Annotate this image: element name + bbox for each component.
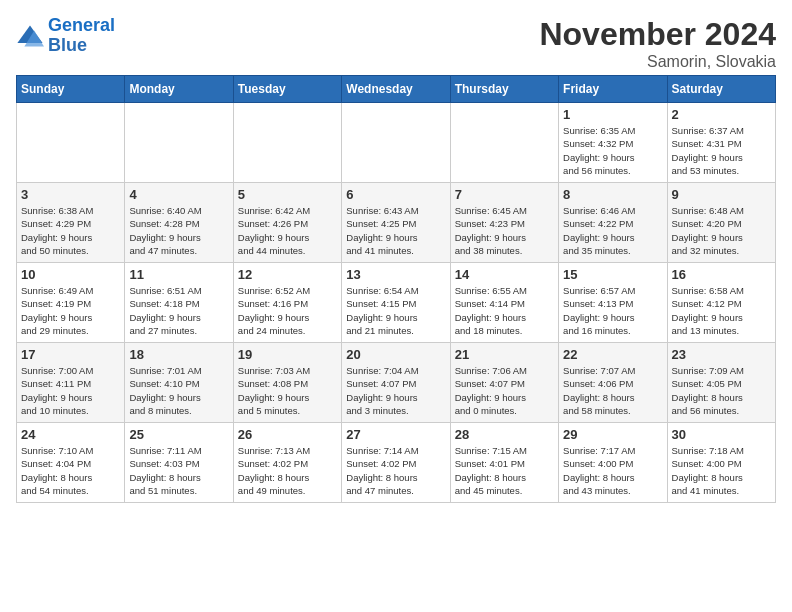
day-info: Sunrise: 7:15 AM Sunset: 4:01 PM Dayligh… xyxy=(455,444,554,497)
day-number: 2 xyxy=(672,107,771,122)
day-number: 18 xyxy=(129,347,228,362)
day-info: Sunrise: 6:35 AM Sunset: 4:32 PM Dayligh… xyxy=(563,124,662,177)
calendar-cell xyxy=(17,103,125,183)
calendar-cell: 3Sunrise: 6:38 AM Sunset: 4:29 PM Daylig… xyxy=(17,183,125,263)
day-info: Sunrise: 6:42 AM Sunset: 4:26 PM Dayligh… xyxy=(238,204,337,257)
day-info: Sunrise: 6:58 AM Sunset: 4:12 PM Dayligh… xyxy=(672,284,771,337)
day-number: 19 xyxy=(238,347,337,362)
calendar-cell: 29Sunrise: 7:17 AM Sunset: 4:00 PM Dayli… xyxy=(559,423,667,503)
day-info: Sunrise: 7:03 AM Sunset: 4:08 PM Dayligh… xyxy=(238,364,337,417)
calendar-cell: 24Sunrise: 7:10 AM Sunset: 4:04 PM Dayli… xyxy=(17,423,125,503)
day-number: 28 xyxy=(455,427,554,442)
day-info: Sunrise: 6:46 AM Sunset: 4:22 PM Dayligh… xyxy=(563,204,662,257)
day-number: 6 xyxy=(346,187,445,202)
day-number: 23 xyxy=(672,347,771,362)
day-number: 21 xyxy=(455,347,554,362)
calendar-cell xyxy=(450,103,558,183)
day-info: Sunrise: 7:18 AM Sunset: 4:00 PM Dayligh… xyxy=(672,444,771,497)
calendar-cell: 16Sunrise: 6:58 AM Sunset: 4:12 PM Dayli… xyxy=(667,263,775,343)
calendar-cell: 28Sunrise: 7:15 AM Sunset: 4:01 PM Dayli… xyxy=(450,423,558,503)
header-thursday: Thursday xyxy=(450,76,558,103)
header-wednesday: Wednesday xyxy=(342,76,450,103)
calendar-week-1: 1Sunrise: 6:35 AM Sunset: 4:32 PM Daylig… xyxy=(17,103,776,183)
calendar-cell: 4Sunrise: 6:40 AM Sunset: 4:28 PM Daylig… xyxy=(125,183,233,263)
day-info: Sunrise: 6:45 AM Sunset: 4:23 PM Dayligh… xyxy=(455,204,554,257)
day-info: Sunrise: 6:55 AM Sunset: 4:14 PM Dayligh… xyxy=(455,284,554,337)
header: General Blue November 2024 Samorin, Slov… xyxy=(16,16,776,71)
calendar-cell: 15Sunrise: 6:57 AM Sunset: 4:13 PM Dayli… xyxy=(559,263,667,343)
day-number: 11 xyxy=(129,267,228,282)
calendar-cell: 8Sunrise: 6:46 AM Sunset: 4:22 PM Daylig… xyxy=(559,183,667,263)
day-info: Sunrise: 7:09 AM Sunset: 4:05 PM Dayligh… xyxy=(672,364,771,417)
day-info: Sunrise: 7:14 AM Sunset: 4:02 PM Dayligh… xyxy=(346,444,445,497)
calendar-week-3: 10Sunrise: 6:49 AM Sunset: 4:19 PM Dayli… xyxy=(17,263,776,343)
logo-line2: Blue xyxy=(48,35,87,55)
day-info: Sunrise: 7:01 AM Sunset: 4:10 PM Dayligh… xyxy=(129,364,228,417)
logo: General Blue xyxy=(16,16,115,56)
header-sunday: Sunday xyxy=(17,76,125,103)
day-number: 29 xyxy=(563,427,662,442)
day-number: 4 xyxy=(129,187,228,202)
calendar-body: 1Sunrise: 6:35 AM Sunset: 4:32 PM Daylig… xyxy=(17,103,776,503)
calendar-cell: 23Sunrise: 7:09 AM Sunset: 4:05 PM Dayli… xyxy=(667,343,775,423)
calendar-cell: 6Sunrise: 6:43 AM Sunset: 4:25 PM Daylig… xyxy=(342,183,450,263)
day-number: 16 xyxy=(672,267,771,282)
header-monday: Monday xyxy=(125,76,233,103)
day-info: Sunrise: 7:13 AM Sunset: 4:02 PM Dayligh… xyxy=(238,444,337,497)
calendar-cell: 30Sunrise: 7:18 AM Sunset: 4:00 PM Dayli… xyxy=(667,423,775,503)
day-number: 22 xyxy=(563,347,662,362)
day-info: Sunrise: 6:48 AM Sunset: 4:20 PM Dayligh… xyxy=(672,204,771,257)
header-friday: Friday xyxy=(559,76,667,103)
day-info: Sunrise: 6:51 AM Sunset: 4:18 PM Dayligh… xyxy=(129,284,228,337)
title-block: November 2024 Samorin, Slovakia xyxy=(539,16,776,71)
day-info: Sunrise: 6:37 AM Sunset: 4:31 PM Dayligh… xyxy=(672,124,771,177)
calendar-header: Sunday Monday Tuesday Wednesday Thursday… xyxy=(17,76,776,103)
calendar-cell: 12Sunrise: 6:52 AM Sunset: 4:16 PM Dayli… xyxy=(233,263,341,343)
day-info: Sunrise: 6:54 AM Sunset: 4:15 PM Dayligh… xyxy=(346,284,445,337)
day-number: 24 xyxy=(21,427,120,442)
calendar-cell: 22Sunrise: 7:07 AM Sunset: 4:06 PM Dayli… xyxy=(559,343,667,423)
calendar-cell: 17Sunrise: 7:00 AM Sunset: 4:11 PM Dayli… xyxy=(17,343,125,423)
day-info: Sunrise: 7:07 AM Sunset: 4:06 PM Dayligh… xyxy=(563,364,662,417)
calendar-cell xyxy=(342,103,450,183)
calendar-cell: 14Sunrise: 6:55 AM Sunset: 4:14 PM Dayli… xyxy=(450,263,558,343)
day-info: Sunrise: 7:17 AM Sunset: 4:00 PM Dayligh… xyxy=(563,444,662,497)
day-number: 20 xyxy=(346,347,445,362)
header-saturday: Saturday xyxy=(667,76,775,103)
day-number: 25 xyxy=(129,427,228,442)
day-number: 14 xyxy=(455,267,554,282)
day-info: Sunrise: 6:40 AM Sunset: 4:28 PM Dayligh… xyxy=(129,204,228,257)
day-number: 1 xyxy=(563,107,662,122)
day-info: Sunrise: 7:10 AM Sunset: 4:04 PM Dayligh… xyxy=(21,444,120,497)
calendar-cell xyxy=(125,103,233,183)
day-number: 17 xyxy=(21,347,120,362)
day-info: Sunrise: 6:43 AM Sunset: 4:25 PM Dayligh… xyxy=(346,204,445,257)
day-info: Sunrise: 6:52 AM Sunset: 4:16 PM Dayligh… xyxy=(238,284,337,337)
day-number: 8 xyxy=(563,187,662,202)
day-info: Sunrise: 7:04 AM Sunset: 4:07 PM Dayligh… xyxy=(346,364,445,417)
calendar-week-2: 3Sunrise: 6:38 AM Sunset: 4:29 PM Daylig… xyxy=(17,183,776,263)
page-container: General Blue November 2024 Samorin, Slov… xyxy=(0,0,792,511)
calendar-cell: 7Sunrise: 6:45 AM Sunset: 4:23 PM Daylig… xyxy=(450,183,558,263)
calendar-cell: 21Sunrise: 7:06 AM Sunset: 4:07 PM Dayli… xyxy=(450,343,558,423)
calendar-cell: 27Sunrise: 7:14 AM Sunset: 4:02 PM Dayli… xyxy=(342,423,450,503)
calendar-cell: 9Sunrise: 6:48 AM Sunset: 4:20 PM Daylig… xyxy=(667,183,775,263)
calendar-cell: 20Sunrise: 7:04 AM Sunset: 4:07 PM Dayli… xyxy=(342,343,450,423)
day-number: 30 xyxy=(672,427,771,442)
calendar-cell: 2Sunrise: 6:37 AM Sunset: 4:31 PM Daylig… xyxy=(667,103,775,183)
calendar-table: Sunday Monday Tuesday Wednesday Thursday… xyxy=(16,75,776,503)
day-number: 15 xyxy=(563,267,662,282)
day-number: 9 xyxy=(672,187,771,202)
calendar-cell: 25Sunrise: 7:11 AM Sunset: 4:03 PM Dayli… xyxy=(125,423,233,503)
header-row: Sunday Monday Tuesday Wednesday Thursday… xyxy=(17,76,776,103)
calendar-cell: 11Sunrise: 6:51 AM Sunset: 4:18 PM Dayli… xyxy=(125,263,233,343)
day-info: Sunrise: 7:00 AM Sunset: 4:11 PM Dayligh… xyxy=(21,364,120,417)
day-number: 12 xyxy=(238,267,337,282)
day-number: 26 xyxy=(238,427,337,442)
calendar-cell: 1Sunrise: 6:35 AM Sunset: 4:32 PM Daylig… xyxy=(559,103,667,183)
logo-icon xyxy=(16,22,44,50)
day-info: Sunrise: 6:38 AM Sunset: 4:29 PM Dayligh… xyxy=(21,204,120,257)
day-info: Sunrise: 6:49 AM Sunset: 4:19 PM Dayligh… xyxy=(21,284,120,337)
month-title: November 2024 xyxy=(539,16,776,53)
calendar-cell: 26Sunrise: 7:13 AM Sunset: 4:02 PM Dayli… xyxy=(233,423,341,503)
